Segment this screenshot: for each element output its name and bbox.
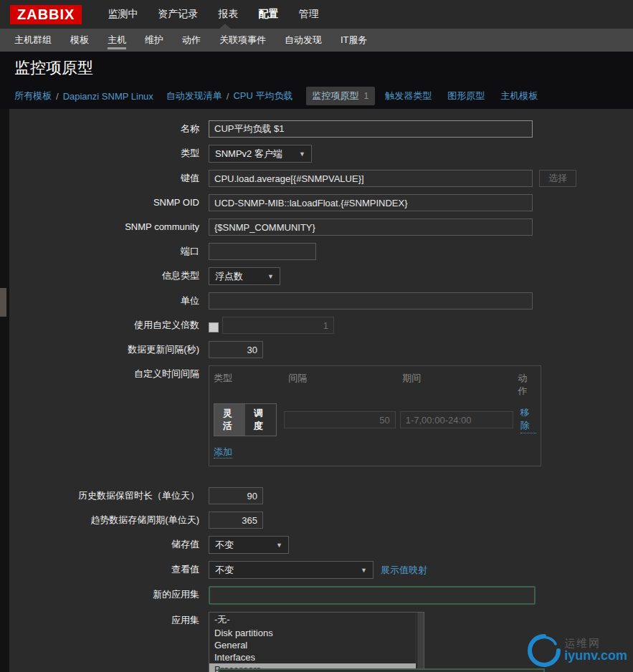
port-input[interactable] [209,243,316,260]
subnav-host-groups[interactable]: 主机群组 [14,29,52,52]
port-label: 端口 [9,243,209,260]
info-type-select[interactable]: 浮点数 ▼ [209,267,280,285]
history-input[interactable] [209,487,263,504]
chevron-down-icon: ▼ [267,273,274,280]
page-margin [0,109,9,672]
sub-nav: 主机群组 模板 主机 维护 动作 关联项事件 自动发现 IT服务 [0,29,633,52]
watermark: 运维网 iyunv.com [525,632,627,669]
store-value-select[interactable]: 不变 ▼ [209,536,289,554]
subnav-actions[interactable]: 动作 [182,29,201,52]
units-label: 单位 [9,292,209,309]
show-value-mappings-link[interactable]: 展示值映射 [381,564,427,577]
remove-interval-link[interactable]: 移除 [520,406,536,433]
menu-inventory[interactable]: 资产记录 [148,8,208,21]
tab-item-prototypes[interactable]: 监控项原型 1 [306,87,376,105]
tab-graph-prototypes[interactable]: 图形原型 [447,90,485,102]
store-value-label: 储存值 [9,536,209,553]
listbox-option[interactable]: -无- [209,613,424,627]
ci-header-period: 期间 [402,372,518,398]
chevron-down-icon: ▼ [299,150,305,158]
subnav-event-correlation[interactable]: 关联项事件 [219,29,266,52]
crumb-discovery-list[interactable]: 自动发现清单 [166,90,222,102]
type-label: 类型 [9,145,209,162]
key-select-button[interactable]: 选择 [539,170,576,187]
ci-header-action: 动作 [518,372,536,398]
main-menu: 监测中 资产记录 报表 配置 管理 [97,8,328,21]
listbox-option[interactable]: General [209,639,424,651]
info-type-label: 信息类型 [9,267,209,284]
flexible-toggle-button[interactable]: 灵活 [214,404,245,436]
tab-host-templates[interactable]: 主机模板 [500,90,538,102]
subnav-maintenance[interactable]: 维护 [145,29,163,52]
interval-type-toggle: 灵活 调度 [214,403,277,436]
tab-trigger-prototypes[interactable]: 触发器类型 [385,90,432,102]
show-value-select[interactable]: 不变 ▼ [209,561,373,579]
name-label: 名称 [9,120,209,138]
trends-input[interactable] [209,512,263,529]
crumb-template-name[interactable]: Dapianzi SNMP Linux [63,91,153,102]
update-interval-input[interactable] [209,341,263,358]
page-title: 监控项原型 [14,57,93,79]
ci-header-type: 类型 [214,372,288,398]
top-bar: ZABBIX 监测中 资产记录 报表 配置 管理 [0,0,633,29]
multiplier-input[interactable] [222,317,334,334]
snmp-oid-input[interactable] [209,194,533,211]
menu-monitoring[interactable]: 监测中 [97,8,148,21]
key-input[interactable] [209,170,533,187]
new-application-input[interactable] [209,586,536,605]
watermark-chinese: 运维网 [564,638,627,650]
custom-intervals-table: 类型 间隔 期间 动作 灵活 调度 移除 添加 [209,365,541,466]
subnav-discovery[interactable]: 自动发现 [285,29,322,52]
chevron-down-icon: ▼ [276,542,282,549]
custom-multiplier-label: 使用自定义倍数 [9,317,209,334]
units-input[interactable] [209,292,533,309]
ci-header-interval: 间隔 [288,372,402,398]
crumb-all-templates[interactable]: 所有模板 [14,90,52,102]
item-prototype-count: 1 [364,91,369,101]
breadcrumb: 所有模板 / Dapianzi SNMP Linux 自动发现清单 / CPU … [14,87,633,105]
applications-label: 应用集 [9,612,209,629]
menu-reports[interactable]: 报表 [208,8,248,21]
snmp-community-input[interactable] [209,219,533,236]
custom-interval-row: 灵活 调度 移除 [214,403,536,436]
snmp-community-label: SNMP community [9,219,209,236]
subnav-hosts[interactable]: 主机 [108,29,126,52]
watermark-url: iyunv.com [564,649,627,663]
custom-multiplier-checkbox[interactable] [209,322,219,332]
snmp-oid-label: SNMP OID [9,194,209,211]
custom-intervals-label: 自定义时间间隔 [9,365,209,383]
breadcrumb-separator: / [227,91,229,102]
zabbix-logo[interactable]: ZABBIX [10,5,82,24]
type-select[interactable]: SNMPv2 客户端 ▼ [209,145,312,163]
update-interval-label: 数据更新间隔(秒) [9,341,209,358]
listbox-scrollbar[interactable] [416,613,424,672]
next-field-partial [218,668,545,672]
applications-listbox[interactable]: -无- Disk partitions General Interfaces P… [209,612,424,672]
chevron-down-icon: ▼ [361,567,367,574]
subnav-it-services[interactable]: IT服务 [341,29,368,52]
menu-administration[interactable]: 管理 [288,8,328,21]
interval-input[interactable] [284,411,396,428]
scheduling-toggle-button[interactable]: 调度 [245,404,276,436]
active-menu-notch [219,24,231,29]
listbox-option[interactable]: Interfaces [209,651,424,663]
new-application-label: 新的应用集 [9,586,209,603]
crumb-cpu-load[interactable]: CPU 平均负载 [233,90,292,102]
subnav-templates[interactable]: 模板 [70,29,89,52]
show-value-label: 查看值 [9,561,209,578]
listbox-option[interactable]: Disk partitions [209,627,424,639]
key-label: 键值 [9,170,209,187]
scrollbar-thumb[interactable] [417,613,424,672]
background-artifact [0,288,6,317]
name-input[interactable] [209,120,533,138]
add-interval-link[interactable]: 添加 [214,446,232,459]
history-label: 历史数据保留时长（单位天） [9,487,209,504]
iyunv-logo-icon [525,632,563,669]
period-input[interactable] [400,411,513,428]
breadcrumb-separator: / [56,91,59,102]
trends-label: 趋势数据存储周期(单位天) [9,512,209,529]
item-prototype-form: 名称 类型 SNMPv2 客户端 ▼ 键值 选择 SNMP OID SNMP c… [9,109,633,672]
menu-configuration[interactable]: 配置 [248,8,288,21]
